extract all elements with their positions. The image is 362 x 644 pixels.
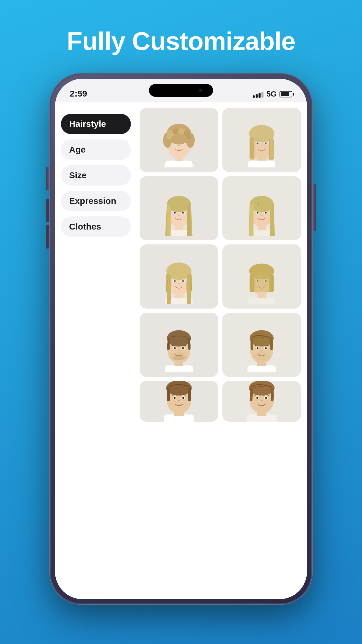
svg-rect-2: [165, 160, 193, 167]
svg-rect-68: [248, 298, 275, 304]
portrait-card-7[interactable]: [140, 313, 218, 377]
svg-rect-96: [247, 365, 276, 372]
svg-rect-81: [252, 275, 271, 292]
portrait-5-image: [145, 249, 212, 304]
svg-point-93: [173, 356, 185, 360]
status-time: 2:59: [70, 89, 87, 99]
status-right: 5G: [253, 90, 292, 99]
svg-rect-21: [248, 160, 275, 167]
svg-point-62: [174, 280, 175, 281]
svg-point-65: [182, 280, 184, 281]
sidebar-item-clothes[interactable]: Clothes: [61, 216, 131, 237]
svg-point-116: [183, 397, 184, 398]
portrait-grid: [137, 102, 307, 599]
portrait-8-image: [228, 318, 295, 372]
portrait-7-image: [145, 318, 212, 372]
svg-point-124: [257, 397, 258, 398]
svg-rect-83: [165, 365, 193, 372]
portrait-3-image: [145, 181, 212, 236]
portrait-card-3[interactable]: [140, 176, 218, 240]
sidebar-item-hairstyle[interactable]: Hairstyle: [61, 114, 131, 134]
portrait-card-9[interactable]: [140, 381, 218, 422]
svg-point-51: [257, 212, 258, 213]
svg-point-94: [167, 330, 191, 346]
sidebar-item-size[interactable]: Size: [61, 165, 131, 186]
signal-bars-icon: [253, 91, 263, 98]
portrait-card-4[interactable]: [222, 176, 301, 240]
portrait-card-1[interactable]: [140, 108, 218, 172]
sidebar: Hairstyle Age Size Expression Clothes: [55, 102, 137, 599]
sidebar-item-expression[interactable]: Expression: [61, 191, 131, 211]
portrait-6-image: [228, 249, 295, 304]
dynamic-island: [149, 84, 213, 97]
svg-point-40: [174, 212, 175, 213]
portrait-2-image: [228, 113, 295, 167]
svg-point-89: [174, 348, 175, 349]
svg-point-54: [265, 212, 266, 213]
portrait-card-10[interactable]: [222, 381, 301, 422]
portrait-1-image: [145, 113, 212, 167]
portrait-card-6[interactable]: [222, 244, 301, 309]
network-label: 5G: [266, 90, 277, 99]
svg-point-102: [257, 348, 258, 349]
svg-point-19: [186, 134, 191, 139]
battery-fill: [281, 92, 289, 96]
svg-point-99: [254, 352, 270, 360]
portrait-9-image: [140, 381, 218, 422]
phone-mockup: 2:59 5G: [50, 74, 312, 604]
svg-point-43: [182, 212, 184, 213]
camera-dot: [198, 88, 203, 92]
portrait-card-2[interactable]: [222, 108, 301, 172]
svg-point-113: [174, 397, 175, 398]
portrait-10-image: [222, 381, 301, 422]
page-headline: Fully Customizable: [67, 26, 295, 56]
phone-shell: 2:59 5G: [50, 74, 312, 604]
svg-point-127: [266, 397, 267, 398]
phone-screen: 2:59 5G: [55, 79, 307, 599]
app-content: Hairstyle Age Size Expression Clothes: [55, 102, 307, 599]
battery-icon: [280, 91, 292, 97]
portrait-card-5[interactable]: [140, 244, 218, 309]
svg-point-18: [166, 134, 172, 139]
sidebar-item-age[interactable]: Age: [61, 139, 131, 160]
svg-point-105: [265, 348, 266, 349]
svg-point-92: [182, 348, 183, 349]
portrait-4-image: [228, 181, 295, 236]
portrait-card-8[interactable]: [222, 313, 301, 377]
